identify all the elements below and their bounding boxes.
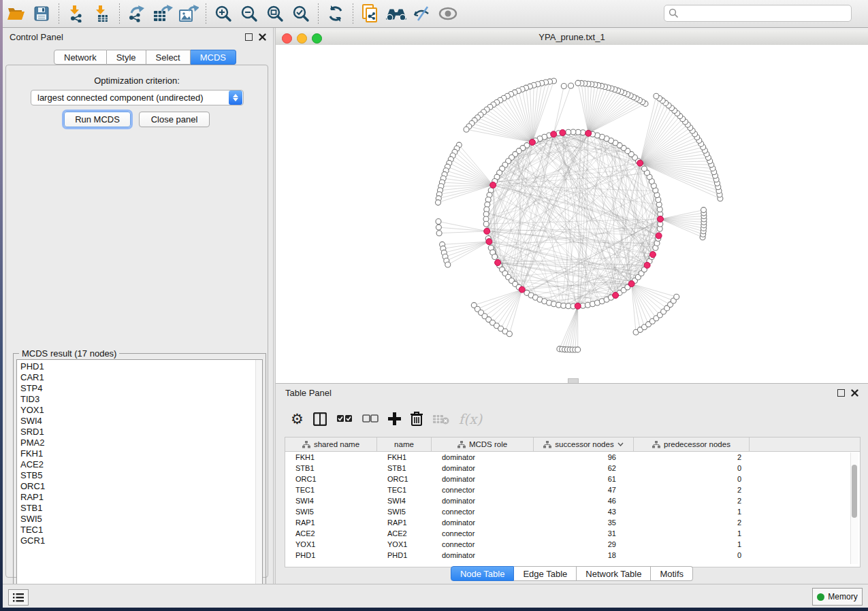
column-header-successor-nodes[interactable]: successor nodes [534,437,634,451]
list-item[interactable]: ACE2 [20,459,262,470]
import-table-icon[interactable] [91,3,114,24]
network-view-canvas[interactable] [276,45,868,383]
table-row[interactable]: STB1STB1dominator620 [285,463,860,474]
search-input[interactable] [679,8,851,19]
table-scrollbar-thumb[interactable] [852,465,857,518]
tab-network-table[interactable]: Network Table [577,566,651,581]
list-item[interactable]: PHD1 [20,361,262,372]
memory-status-icon [817,593,824,601]
zoom-fit-icon[interactable] [263,3,287,24]
control-panel-titlebar: Control Panel [3,28,273,46]
column-header-shared-name[interactable]: shared name [285,437,377,451]
table-row[interactable]: TEC1TEC1connector472 [285,484,860,495]
list-item[interactable]: CAR1 [20,372,262,383]
table-row[interactable]: RAP1RAP1dominator352 [285,517,860,528]
list-item[interactable]: SWI5 [20,514,262,525]
mcds-result-list[interactable]: PHD1CAR1STP4TID3YOX1SWI4SRD1PMA2FKH1ACE2… [16,359,263,603]
list-item[interactable]: TID3 [20,394,262,405]
refresh-icon[interactable] [324,3,347,24]
search-network-icon[interactable] [385,3,408,24]
table-row[interactable]: PHD1PHD1dominator180 [285,550,860,561]
table-row[interactable]: SWI4SWI4dominator462 [285,495,860,506]
import-network-icon[interactable] [65,3,88,24]
delete-column-icon[interactable] [411,412,423,426]
toolbar-separator [119,3,120,24]
table-cell: SWI4 [377,497,432,505]
clone-network-icon[interactable] [359,3,382,24]
table-cell: TEC1 [377,486,432,494]
table-panel-tabs: Node Table Edge Table Network Table Moti… [276,566,868,581]
run-mcds-button[interactable]: Run MCDS [64,112,131,127]
criterion-dropdown[interactable]: largest connected component (undirected) [31,90,244,105]
close-panel-button[interactable]: Close panel [139,112,210,127]
list-item[interactable]: SRD1 [20,427,262,437]
float-window-icon[interactable] [837,389,845,397]
close-panel-icon[interactable] [851,389,858,397]
export-image-icon[interactable] [177,3,200,24]
network-window-title: YPA_prune.txt_1 [276,32,868,42]
tab-select[interactable]: Select [146,50,191,65]
column-header-name[interactable]: name [377,437,432,451]
save-session-icon[interactable] [30,3,53,24]
zoom-selected-icon[interactable] [289,3,312,24]
split-columns-icon[interactable] [313,412,327,426]
table-scrollbar[interactable] [850,452,858,564]
list-item[interactable]: RAP1 [20,492,262,503]
column-header-predecessor-nodes[interactable]: predecessor nodes [634,437,750,451]
attribute-icon [457,441,466,448]
table-cell: dominator [432,464,534,472]
control-panel-tabs: Network Style Select MCDS [54,50,236,65]
table-cell: ACE2 [285,529,377,538]
list-item[interactable]: STB1 [20,503,262,514]
mcds-result-items: PHD1CAR1STP4TID3YOX1SWI4SRD1PMA2FKH1ACE2… [17,360,262,546]
network-search-box[interactable] [664,5,852,22]
zoom-in-icon[interactable] [212,3,235,24]
table-row[interactable]: ORC1ORC1dominator610 [285,474,860,484]
export-table-icon[interactable] [151,3,174,24]
network-window-titlebar[interactable]: YPA_prune.txt_1 [276,30,868,46]
add-column-icon[interactable] [388,412,401,425]
deselect-all-icon[interactable] [362,414,379,423]
export-network-icon[interactable] [125,3,148,24]
list-item[interactable]: FKH1 [20,448,262,459]
task-history-button[interactable] [8,589,29,606]
tab-style[interactable]: Style [107,50,146,65]
table-cell: YOX1 [377,540,432,548]
memory-button[interactable]: Memory [812,588,863,606]
column-header-mcds-role[interactable]: MCDS role [432,437,534,451]
node-table[interactable]: shared name name MCDS role successor nod… [285,437,861,567]
close-panel-icon[interactable] [259,33,266,41]
list-icon [13,593,24,602]
table-row[interactable]: YOX1YOX1connector291 [285,539,860,550]
control-panel-title: Control Panel [10,32,63,42]
tab-edge-table[interactable]: Edge Table [514,566,577,581]
settings-icon[interactable]: ⚙ [291,412,304,426]
list-item[interactable]: STB5 [20,470,262,481]
list-item[interactable]: GCR1 [20,535,262,546]
table-row[interactable]: FKH1FKH1dominator962 [285,452,860,463]
list-item[interactable]: SWI4 [20,416,262,427]
table-row[interactable]: SWI5SWI5connector431 [285,506,860,517]
float-window-icon[interactable] [245,33,253,41]
open-file-icon[interactable] [4,3,27,24]
tab-motifs[interactable]: Motifs [651,566,693,581]
tab-node-table[interactable]: Node Table [451,566,515,581]
table-cell: 31 [534,529,634,538]
network-graph[interactable] [276,45,868,383]
list-item[interactable]: TEC1 [20,525,262,535]
zoom-out-icon[interactable] [238,3,261,24]
result-list-scrollbar[interactable] [255,360,262,602]
list-item[interactable]: YOX1 [20,405,262,416]
table-row[interactable]: ACE2ACE2connector311 [285,528,860,539]
show-details-icon[interactable] [436,3,460,24]
tab-network[interactable]: Network [54,50,107,65]
tab-mcds[interactable]: MCDS [191,50,236,65]
list-item[interactable]: ORC1 [20,481,262,492]
table-cell: 2 [634,497,750,505]
list-item[interactable]: PMA2 [20,437,262,448]
select-all-icon[interactable] [336,414,353,423]
table-cell: 2 [634,486,750,494]
table-cell: 96 [534,453,634,461]
list-item[interactable]: STP4 [20,383,262,394]
hide-details-icon[interactable] [411,3,434,24]
